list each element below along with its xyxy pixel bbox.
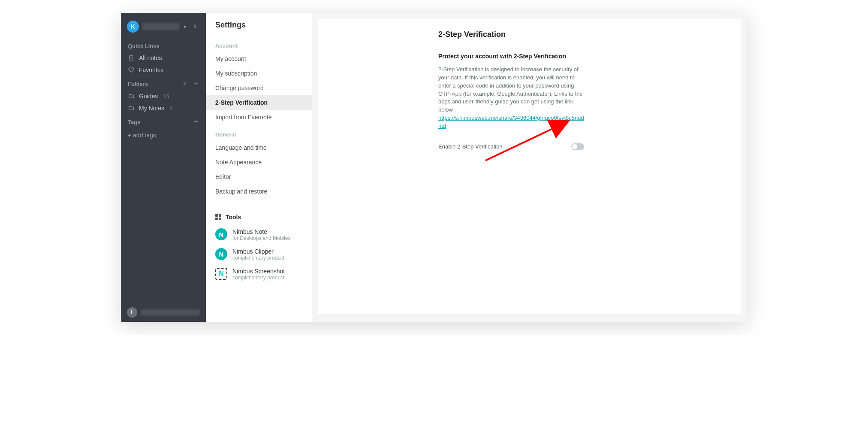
folders-label: Folders — [128, 81, 148, 87]
settings-item-my-account[interactable]: My account — [206, 51, 312, 66]
add-folder-icon[interactable] — [193, 80, 199, 88]
sidebar-item-favorites[interactable]: Favorites — [121, 64, 206, 76]
tool-nimbus-clipper[interactable]: N Nimbus Clipper complimentary product — [206, 245, 312, 264]
tool-title: Nimbus Note — [232, 228, 290, 235]
enable-2fa-toggle[interactable] — [571, 143, 584, 150]
content-area: 2-Step Verification Protect your account… — [312, 13, 747, 322]
tool-sub: complimentary product — [232, 275, 285, 281]
settings-item-my-subscription[interactable]: My subscription — [206, 66, 312, 81]
secondary-avatar: L — [127, 307, 137, 318]
tool-title: Nimbus Screenshot — [232, 268, 285, 275]
sidebar-item-label: Favorites — [139, 67, 164, 73]
enable-2fa-row: Enable 2-Step Verification — [438, 143, 584, 150]
folder-item-my-notes[interactable]: My Notes 3 — [121, 102, 206, 114]
tags-header: Tags — [121, 114, 206, 128]
user-avatar: K — [127, 21, 139, 33]
settings-item-2step[interactable]: 2-Step Verification — [206, 95, 312, 110]
page-subheading: Protect your account with 2-Step Verific… — [438, 53, 724, 60]
heart-icon — [128, 67, 135, 73]
help-link[interactable]: https://s.nimbusweb.me/share/3436044/ghf… — [438, 115, 584, 129]
folder-item-guides[interactable]: Guides 15 — [121, 90, 206, 102]
tools-header: Tools — [206, 211, 312, 225]
group-label-general: General — [206, 129, 312, 140]
description-text: 2-Step Verification is designed to incre… — [438, 66, 583, 113]
folder-name: My Notes — [139, 105, 164, 112]
settings-item-editor[interactable]: Editor — [206, 170, 312, 184]
primary-sidebar: K ▼ Quick Links All notes Favorites Fold… — [121, 13, 206, 322]
content-card: 2-Step Verification Protect your account… — [318, 19, 741, 314]
nimbus-clipper-icon: N — [215, 248, 227, 260]
folder-count: 3 — [169, 105, 172, 112]
settings-item-change-password[interactable]: Change password — [206, 81, 312, 95]
note-icon — [128, 54, 135, 61]
tools-label: Tools — [226, 214, 241, 221]
toggle-label: Enable 2-Step Verification — [438, 143, 503, 150]
user-menu[interactable]: K ▼ — [121, 18, 206, 39]
secondary-user[interactable]: L — [121, 307, 206, 318]
separator — [213, 205, 305, 205]
settings-item-import-evernote[interactable]: Import from Evernote — [206, 110, 312, 124]
sort-icon[interactable] — [183, 80, 189, 88]
collapse-sidebar-icon[interactable] — [190, 22, 200, 31]
toggle-knob — [572, 144, 577, 149]
tool-nimbus-note[interactable]: N Nimbus Note for Desktops and Mobiles — [206, 225, 312, 245]
quick-links-header: Quick Links — [121, 39, 206, 52]
tags-label: Tags — [128, 119, 140, 125]
settings-item-backup-restore[interactable]: Backup and restore — [206, 184, 312, 199]
group-label-account: Account — [206, 40, 312, 51]
user-name-redacted — [142, 23, 179, 30]
quick-links-label: Quick Links — [128, 43, 160, 49]
app-window: K ▼ Quick Links All notes Favorites Fold… — [121, 13, 747, 322]
caret-down-icon[interactable]: ▼ — [183, 24, 187, 29]
folders-header: Folders — [121, 76, 206, 90]
settings-item-language-time[interactable]: Language and time — [206, 140, 312, 155]
add-tag-icon[interactable] — [193, 118, 199, 126]
nimbus-note-icon: N — [215, 228, 227, 240]
tool-nimbus-screenshot[interactable]: N Nimbus Screenshot complimentary produc… — [206, 264, 312, 284]
page-title: 2-Step Verification — [438, 30, 724, 39]
tool-title: Nimbus Clipper — [232, 248, 284, 255]
folder-icon — [128, 105, 135, 112]
grid-icon — [215, 214, 221, 220]
folder-name: Guides — [139, 93, 158, 100]
settings-item-note-appearance[interactable]: Note Appearance — [206, 155, 312, 170]
nimbus-screenshot-icon: N — [215, 268, 227, 280]
sidebar-item-all-notes[interactable]: All notes — [121, 52, 206, 64]
sidebar-item-label: All notes — [139, 54, 162, 61]
folder-icon — [128, 93, 135, 100]
settings-sidebar: Settings Account My account My subscript… — [206, 13, 312, 322]
secondary-name-redacted — [141, 309, 200, 315]
add-tags-button[interactable]: + add tags — [121, 128, 206, 142]
tool-sub: complimentary product — [232, 255, 284, 261]
folder-count: 15 — [163, 93, 169, 100]
settings-title: Settings — [206, 21, 312, 40]
page-description: 2-Step Verification is designed to incre… — [438, 66, 584, 130]
tool-sub: for Desktops and Mobiles — [232, 235, 290, 241]
